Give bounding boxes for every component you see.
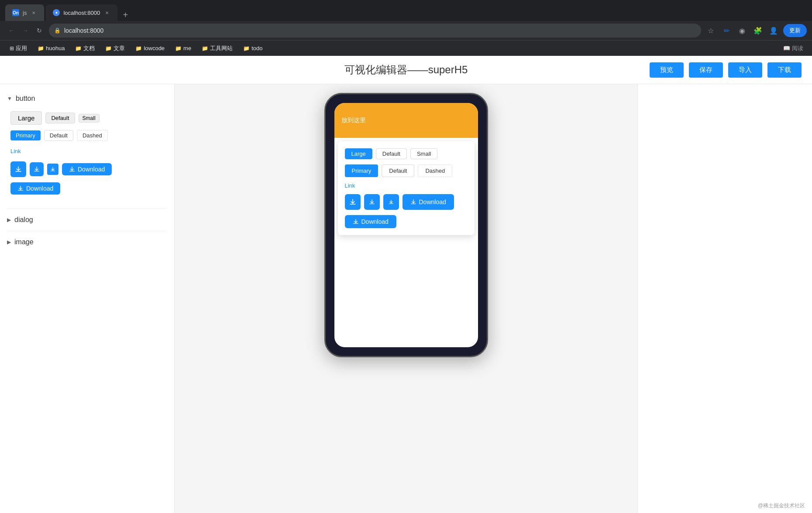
extensions-icon[interactable]: 🧩 [752, 24, 764, 37]
app-container: 可视化编辑器——superH5 预览 保存 导入 下载 ▼ button Lar… [0, 56, 812, 513]
popup-download-with-icon[interactable]: Download [403, 194, 454, 210]
left-sidebar: ▼ button Large Default Small Primary Def… [0, 84, 175, 513]
btn-large[interactable]: Large [10, 111, 42, 125]
color-picker-icon[interactable]: ◉ [736, 24, 748, 37]
section-dialog-header[interactable]: ▶ dialog [7, 212, 167, 227]
tab-js[interactable]: On js ✕ [5, 4, 44, 21]
reader-icon: 📖 [783, 45, 790, 51]
reload-button[interactable]: ↻ [33, 24, 45, 37]
tab-js-label: js [23, 10, 27, 16]
popup-icon-small[interactable] [383, 194, 399, 210]
phone-top-bar-text: 放到这里 [341, 116, 366, 124]
preview-button[interactable]: 预览 [650, 62, 684, 78]
bookmark-lowcode[interactable]: 📁 lowcode [131, 43, 169, 53]
folder-icon-3: 📁 [105, 45, 112, 51]
button-section-arrow: ▼ [7, 96, 12, 102]
popup-link[interactable]: Link [345, 182, 468, 189]
section-button-header[interactable]: ▼ button [7, 91, 167, 106]
tab-localhost[interactable]: ● localhost:8000 ✕ [46, 4, 117, 21]
button-section-label: button [16, 95, 35, 103]
btn-icon-large[interactable] [10, 161, 26, 177]
phone-mockup: 放到这里 Large Default Small Primary [324, 93, 488, 357]
back-button[interactable]: ← [5, 24, 17, 37]
btn-dashed[interactable]: Dashed [77, 130, 108, 141]
bookmark-wenzhang[interactable]: 📁 文章 [101, 43, 129, 54]
popup-icon-medium[interactable] [364, 194, 380, 210]
btn-default-type[interactable]: Default [44, 130, 73, 141]
size-buttons-row: Large Default Small [10, 111, 164, 125]
bookmark-huohua-label: huohua [46, 45, 65, 51]
bookmark-me-label: me [183, 45, 191, 51]
tab-js-close[interactable]: ✕ [30, 9, 37, 16]
popup-btn-dashed[interactable]: Dashed [418, 164, 452, 177]
btn-icon-small[interactable] [47, 164, 58, 175]
btn-small[interactable]: Small [79, 114, 100, 123]
divider-2 [7, 231, 167, 231]
tab-localhost-icon: ● [53, 9, 60, 16]
bookmarks-bar: ⊞ 应用 📁 huohua 📁 文档 📁 文章 📁 lowcode 📁 me 📁… [0, 40, 812, 56]
btn-download-standalone[interactable]: Download [10, 182, 60, 195]
forward-button[interactable]: → [19, 24, 31, 37]
profile-icon[interactable]: 👤 [767, 24, 780, 37]
phone-notch [380, 94, 432, 98]
icon-buttons-row: Download [10, 161, 164, 177]
folder-icon-1: 📁 [38, 45, 44, 51]
address-input[interactable]: 🔒 localhost:8000 [49, 24, 701, 38]
address-text: localhost:8000 [64, 27, 103, 34]
popup-btn-default[interactable]: Default [376, 148, 407, 159]
popup-btn-small[interactable]: Small [410, 148, 438, 159]
import-button[interactable]: 导入 [728, 62, 762, 78]
profile-pen-icon[interactable]: ✏ [720, 24, 733, 37]
btn-download-with-icon[interactable]: Download [62, 163, 112, 175]
bookmark-apps[interactable]: ⊞ 应用 [5, 43, 31, 54]
divider-1 [7, 209, 167, 209]
bookmark-docs[interactable]: 📁 文档 [71, 43, 99, 54]
popup-download-standalone[interactable]: Download [345, 215, 396, 228]
popup-btn-large[interactable]: Large [345, 148, 372, 159]
download-button[interactable]: 下载 [767, 62, 802, 78]
popup-type-row: Primary Default Dashed [345, 164, 468, 177]
tab-localhost-close[interactable]: ✕ [103, 9, 110, 16]
bookmark-wenzhang-label: 文章 [114, 44, 125, 52]
reader-mode-button[interactable]: 📖 阅读 [780, 43, 807, 54]
phone-screen: 放到这里 Large Default Small Primary [334, 103, 478, 347]
btn-icon-medium[interactable] [30, 162, 44, 176]
app-footer: @稀土掘金技术社区 [751, 499, 812, 513]
bookmark-me[interactable]: 📁 me [171, 43, 196, 53]
popup-download-row: Download [345, 215, 468, 228]
bookmark-todo-label: todo [251, 45, 262, 51]
popup-icon-large[interactable] [345, 194, 361, 210]
bookmark-tools-label: 工具网站 [210, 44, 233, 52]
app-header: 可视化编辑器——superH5 预览 保存 导入 下载 [0, 56, 812, 84]
folder-icon-4: 📁 [135, 45, 142, 51]
bookmark-todo[interactable]: 📁 todo [239, 43, 267, 53]
btn-link[interactable]: Link [10, 146, 26, 156]
browser-chrome: On js ✕ ● localhost:8000 ✕ + [0, 0, 812, 21]
image-section-label: image [14, 238, 34, 246]
center-canvas: 放到这里 Large Default Small Primary [175, 84, 637, 513]
btn-default-size[interactable]: Default [45, 113, 75, 123]
bookmark-huohua[interactable]: 📁 huohua [33, 43, 69, 53]
download-btn-label: Download [78, 166, 105, 173]
address-bar: ← → ↻ 🔒 localhost:8000 ☆ ✏ ◉ 🧩 👤 更新 [0, 21, 812, 40]
dialog-section-label: dialog [14, 216, 33, 224]
tab-localhost-label: localhost:8000 [63, 10, 100, 16]
toolbar-right: ☆ ✏ ◉ 🧩 👤 更新 [705, 24, 807, 37]
download2-btn-label: Download [26, 185, 53, 192]
button-section-content: Large Default Small Primary Default Dash… [7, 106, 167, 205]
folder-icon-7: 📁 [243, 45, 250, 51]
popup-download-label: Download [419, 198, 446, 205]
bookmark-icon[interactable]: ☆ [705, 24, 717, 37]
popup-size-row: Large Default Small [345, 148, 468, 159]
bookmark-docs-label: 文档 [83, 44, 95, 52]
popup-btn-primary[interactable]: Primary [345, 164, 378, 177]
bookmark-tools[interactable]: 📁 工具网站 [197, 43, 237, 54]
new-tab-button[interactable]: + [119, 9, 131, 21]
popup-btn-default-type[interactable]: Default [382, 164, 414, 177]
phone-top-bar: 放到这里 [334, 103, 478, 138]
save-button[interactable]: 保存 [689, 62, 723, 78]
update-button[interactable]: 更新 [783, 24, 807, 37]
btn-primary[interactable]: Primary [10, 130, 41, 140]
section-image-header[interactable]: ▶ image [7, 235, 167, 250]
popup-icons-row: Download [345, 194, 468, 210]
